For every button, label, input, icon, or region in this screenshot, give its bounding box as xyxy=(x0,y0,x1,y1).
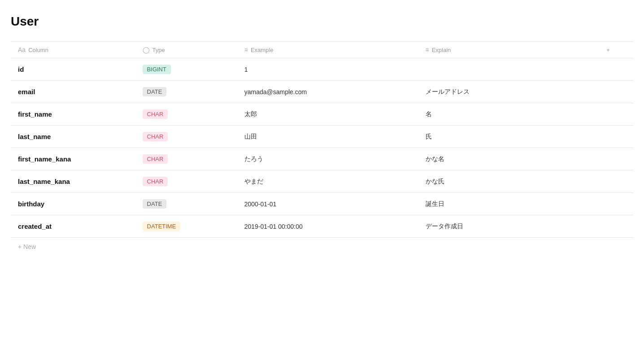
type-cell: DATE xyxy=(135,81,237,103)
type-cell: DATETIME xyxy=(135,215,237,238)
column-name-cell: last_name_kana xyxy=(11,170,135,193)
row-add-button xyxy=(599,215,633,238)
type-badge: CHAR xyxy=(143,109,168,119)
type-icon: ◯ xyxy=(143,46,150,53)
example-cell: 太郎 xyxy=(237,103,418,126)
example-icon: ≡ xyxy=(244,46,248,53)
explain-cell: 名 xyxy=(418,103,600,126)
schema-table: Aa Column ◯ Type ≡ Example ≡ Expla xyxy=(11,41,633,256)
type-badge: CHAR xyxy=(143,154,168,164)
column-name: created_at xyxy=(18,222,52,230)
page-title: User xyxy=(11,14,633,29)
row-add-button xyxy=(599,126,633,148)
explain-cell: メールアドレス xyxy=(418,81,600,103)
column-icon: Aa xyxy=(18,46,26,53)
type-badge: DATE xyxy=(143,199,167,209)
example-cell: 2000-01-01 xyxy=(237,193,418,215)
example-cell: やまだ xyxy=(237,170,418,193)
row-add-button xyxy=(599,103,633,126)
column-name-cell: first_name xyxy=(11,103,135,126)
table-row: birthdayDATE2000-01-01誕生日 xyxy=(11,193,633,215)
column-name: id xyxy=(18,65,24,73)
column-name-cell: email xyxy=(11,81,135,103)
type-badge: CHAR xyxy=(143,132,168,141)
type-badge: DATE xyxy=(143,87,167,96)
th-example: ≡ Example xyxy=(237,42,418,58)
explain-cell: かな名 xyxy=(418,148,600,170)
row-add-button xyxy=(599,81,633,103)
explain-cell xyxy=(418,58,600,81)
column-name-cell: birthday xyxy=(11,193,135,215)
table-header-row: Aa Column ◯ Type ≡ Example ≡ Expla xyxy=(11,42,633,58)
explain-cell: かな氏 xyxy=(418,170,600,193)
type-cell: CHAR xyxy=(135,103,237,126)
column-name: first_name xyxy=(18,110,52,118)
type-cell: DATE xyxy=(135,193,237,215)
example-cell: たろう xyxy=(237,148,418,170)
row-add-button xyxy=(599,170,633,193)
example-cell: yamada@sample.com xyxy=(237,81,418,103)
explain-cell: 氏 xyxy=(418,126,600,148)
type-cell: BIGINT xyxy=(135,58,237,81)
new-row-label: + New xyxy=(18,243,626,250)
type-badge: DATETIME xyxy=(143,222,181,231)
type-badge: BIGINT xyxy=(143,65,171,74)
column-name: birthday xyxy=(18,200,44,208)
th-type: ◯ Type xyxy=(135,42,237,58)
row-add-button xyxy=(599,58,633,81)
type-cell: CHAR xyxy=(135,148,237,170)
th-add-button[interactable]: + xyxy=(599,42,633,58)
column-name-cell: first_name_kana xyxy=(11,148,135,170)
table-body: idBIGINT1emailDATEyamada@sample.comメールアド… xyxy=(11,58,633,238)
type-cell: CHAR xyxy=(135,170,237,193)
example-cell: 山田 xyxy=(237,126,418,148)
row-add-button xyxy=(599,148,633,170)
row-add-button xyxy=(599,193,633,215)
column-name: email xyxy=(18,88,35,96)
new-row[interactable]: + New xyxy=(11,238,633,256)
table-row: first_name_kanaCHARたろうかな名 xyxy=(11,148,633,170)
th-explain: ≡ Explain xyxy=(418,42,600,58)
type-cell: CHAR xyxy=(135,126,237,148)
table-row: idBIGINT1 xyxy=(11,58,633,81)
table-row: emailDATEyamada@sample.comメールアドレス xyxy=(11,81,633,103)
explain-cell: データ作成日 xyxy=(418,215,600,238)
column-name-cell: created_at xyxy=(11,215,135,238)
table-row: last_nameCHAR山田氏 xyxy=(11,126,633,148)
example-cell: 2019-01-01 00:00:00 xyxy=(237,215,418,238)
column-name-cell: last_name xyxy=(11,126,135,148)
table-row: last_name_kanaCHARやまだかな氏 xyxy=(11,170,633,193)
column-name-cell: id xyxy=(11,58,135,81)
example-cell: 1 xyxy=(237,58,418,81)
type-badge: CHAR xyxy=(143,177,168,186)
explain-icon: ≡ xyxy=(426,46,429,53)
table-row: created_atDATETIME2019-01-01 00:00:00データ… xyxy=(11,215,633,238)
explain-cell: 誕生日 xyxy=(418,193,600,215)
column-name: last_name xyxy=(18,133,51,140)
th-column: Aa Column xyxy=(11,42,135,58)
table-row: first_nameCHAR太郎名 xyxy=(11,103,633,126)
column-name: first_name_kana xyxy=(18,155,71,163)
column-name: last_name_kana xyxy=(18,178,70,185)
